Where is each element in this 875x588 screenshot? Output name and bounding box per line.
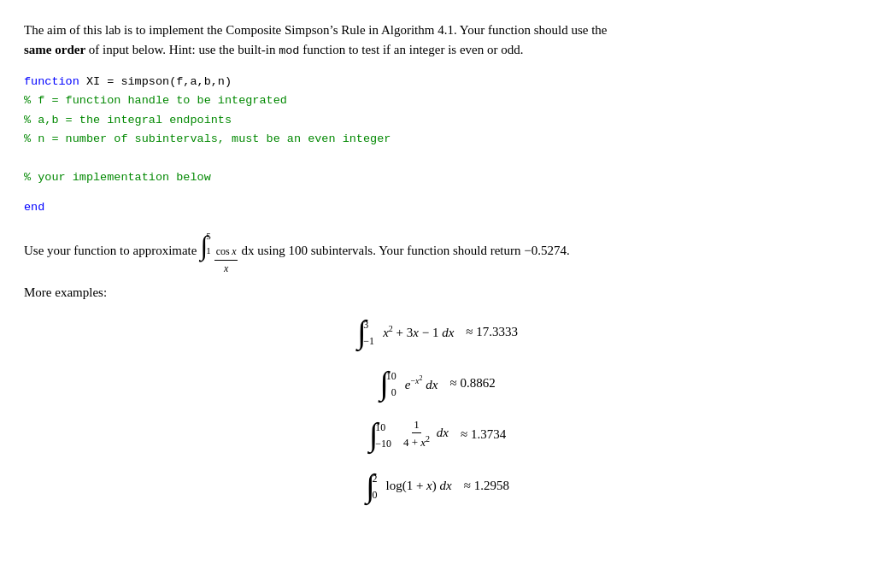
integral-wrap-2: ∫ 10 0 (379, 367, 397, 399)
integrand-3: 1 4 + x2 dx (400, 418, 449, 450)
formula-row-3: ∫ 10 −10 1 4 + x2 dx ≈ 1.3734 (369, 418, 506, 450)
inline-limits: 5 1 (206, 229, 211, 259)
result-1: ≈ 17.3333 (466, 325, 518, 339)
formulas-container: ∫ 3 −1 x2 + 3x − 1 dx ≈ 17.3333 ∫ 10 0 e… (24, 315, 851, 502)
inline-integral: ∫ 5 1 (200, 229, 210, 259)
intro-line1: The aim of this lab is to implement the … (24, 23, 607, 37)
use-function-section: Use your function to approximate ∫ 5 1 c… (24, 229, 851, 278)
integrand-2: e−x2 dx (405, 374, 438, 392)
upper-3: 10 (375, 421, 385, 434)
formula-row-1: ∫ 3 −1 x2 + 3x − 1 dx ≈ 17.3333 (357, 315, 518, 348)
intro-paragraph: The aim of this lab is to implement the … (24, 21, 851, 61)
formula-row-4: ∫ 2 0 log(1 + x) dx ≈ 1.2958 (366, 469, 509, 502)
limits-2: 10 0 (386, 370, 396, 399)
code-line-3: % a,b = the integral endpoints (24, 111, 851, 130)
formula-row-2: ∫ 10 0 e−x2 dx ≈ 0.8862 (379, 367, 495, 399)
integral-wrap-1: ∫ 3 −1 (357, 315, 376, 348)
integrand-1: x2 + 3x − 1 dx (383, 324, 454, 340)
inline-lower: 1 (206, 244, 211, 259)
lower-4: 0 (372, 489, 377, 502)
cosx-fraction: cos x x (214, 244, 238, 277)
result-3: ≈ 1.3734 (461, 427, 506, 442)
code-line-2: % f = function handle to be integrated (24, 91, 851, 110)
lower-2: 0 (391, 386, 396, 399)
code-line-4: % n = number of subintervals, must be an… (24, 130, 851, 149)
result-4: ≈ 1.2958 (464, 479, 509, 493)
more-examples-label: More examples: (24, 285, 851, 300)
inline-upper: 5 (206, 229, 211, 244)
code-line-1: function XI = simpson(f,a,b,n) (24, 73, 851, 91)
use-function-result: dx using 100 subintervals. Your function… (241, 240, 569, 261)
code-end: end (24, 201, 851, 214)
code-line1-rest: XI = simpson(f,a,b,n) (79, 75, 232, 88)
limits-4: 2 0 (372, 473, 377, 502)
use-function-text: Use your function to approximate (24, 240, 197, 261)
frac-3-num: 1 (412, 418, 421, 433)
upper-1: 3 (363, 319, 368, 332)
lower-3: −10 (375, 438, 391, 450)
limits-3: 10 −10 (375, 421, 391, 450)
integrand-4: log(1 + x) dx (385, 479, 451, 493)
cosx-denominator: x (222, 261, 230, 277)
intro-bold: same order (24, 43, 85, 56)
code-block: function XI = simpson(f,a,b,n) % f = fun… (24, 73, 851, 187)
upper-4: 2 (372, 473, 377, 485)
lower-1: −1 (363, 335, 374, 348)
intro-line2-rest: of input below. Hint: use the built-in (85, 43, 279, 56)
integral-wrap-4: ∫ 2 0 (366, 469, 379, 502)
result-2: ≈ 0.8862 (449, 376, 495, 391)
frac-3-den: 4 + x2 (402, 433, 432, 450)
cosx-numerator: cos x (214, 244, 238, 261)
code-line-5: % your implementation below (24, 168, 851, 187)
limits-1: 3 −1 (363, 319, 374, 348)
intro-mod-code: mod (279, 44, 299, 57)
keyword-function: function (24, 75, 79, 88)
intro-line2-end: function to test if an integer is even o… (299, 43, 523, 56)
frac-3: 1 4 + x2 (402, 418, 432, 450)
upper-2: 10 (386, 370, 396, 383)
integral-wrap-3: ∫ 10 −10 (369, 418, 393, 450)
